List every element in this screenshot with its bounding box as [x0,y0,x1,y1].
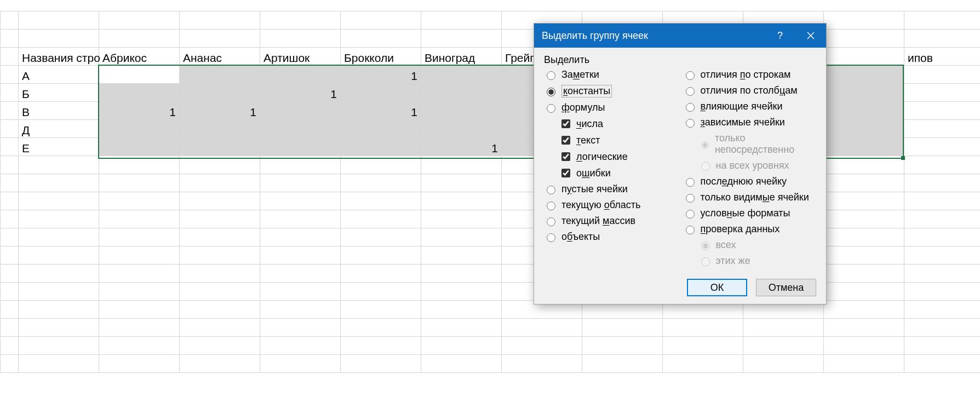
cell[interactable] [904,66,981,84]
cell[interactable] [421,84,502,102]
row-label[interactable]: А [19,66,99,84]
radio-precedents[interactable]: влияющие ячейки [683,101,817,112]
cell[interactable] [824,138,904,156]
radio-all-levels: на всех уровнях [683,160,817,171]
radio-visible-only[interactable]: только видимые ячейки [683,192,817,203]
close-button[interactable] [795,24,826,48]
col-header[interactable]: Брокколи [341,48,421,66]
cell[interactable] [341,84,421,102]
cell[interactable] [180,66,260,84]
grid-row [1,228,981,246]
active-cell[interactable] [99,66,180,84]
cell[interactable] [341,120,421,138]
grid-row [1,210,981,228]
radio-last-cell[interactable]: последнюю ячейку [683,176,817,187]
cell[interactable] [180,120,260,138]
row-label[interactable]: В [19,102,99,120]
grid-row [1,156,981,174]
cancel-button[interactable]: Отмена [756,279,816,296]
col-header[interactable]: Абрикос [99,48,180,66]
radio-same: этих же [683,255,817,267]
cell[interactable] [904,120,981,138]
radio-objects[interactable]: объекты [544,231,678,243]
spreadsheet-grid[interactable]: Названия стро Абрикос Ананас Артишок Бро… [0,11,980,373]
grid-row [1,283,981,301]
cell[interactable] [904,138,981,156]
grid-row [1,319,981,337]
cell[interactable]: 1 [180,102,260,120]
cell[interactable] [421,120,502,138]
header-row: Названия стро Абрикос Ананас Артишок Бро… [1,48,981,66]
grid-row: В 1 1 1 [1,102,981,120]
grid-row [1,301,981,319]
cell[interactable] [824,102,904,120]
cell[interactable] [421,66,502,84]
grid-row [1,192,981,210]
radio-dependents[interactable]: зависимые ячейки [683,117,817,128]
col-header[interactable]: Ананас [180,48,260,66]
grid-row: Б 1 [1,84,981,102]
cell[interactable] [99,120,180,138]
grid-row [1,174,981,192]
grid-row [1,246,981,265]
cell[interactable] [824,66,904,84]
row-label[interactable]: Д [19,120,99,138]
cell[interactable]: 1 [260,84,341,102]
col-header[interactable]: Артишок [260,48,341,66]
grid-row [1,337,981,355]
cell[interactable] [99,84,180,102]
cell[interactable]: 1 [341,66,421,84]
row-label[interactable]: Е [19,138,99,156]
cell[interactable]: 1 [421,138,502,156]
radio-current-region[interactable]: текущую область [544,199,678,211]
grid-row: Е 1 [1,138,981,156]
check-errors[interactable]: ошибки [544,167,678,179]
grid-row: Д [1,120,981,138]
cell[interactable]: 1 [99,102,180,120]
dialog-title: Выделить группу ячеек [542,30,765,42]
group-label: Выделить [544,54,816,66]
cell[interactable] [824,84,904,102]
grid-row [1,12,981,30]
grid-row: А 1 [1,66,981,84]
cell[interactable] [824,120,904,138]
cell[interactable] [260,102,341,120]
cell[interactable] [341,138,421,156]
grid-row [1,265,981,283]
radio-current-array[interactable]: текущий массив [544,215,678,227]
radio-cond-formats[interactable]: условные форматы [683,208,817,219]
radio-col-diffs[interactable]: отличия по столбцам [683,85,817,96]
row-label[interactable]: Б [19,84,99,102]
radio-direct-only: только непосредственно [683,133,817,156]
dialog-titlebar[interactable]: Выделить группу ячеек ? [534,24,826,48]
col-header[interactable]: Виноград [421,48,502,66]
col-header[interactable]: ипов [904,48,981,66]
radio-row-diffs[interactable]: отличия по строкам [683,69,817,81]
radio-notes[interactable]: Заметки [544,69,678,81]
help-button[interactable]: ? [765,24,795,48]
ok-button[interactable]: ОК [687,279,747,296]
cell[interactable] [260,66,341,84]
radio-formulas[interactable]: формулы [544,102,678,113]
check-logical[interactable]: логические [544,151,678,163]
cell[interactable] [904,84,981,102]
radio-all: всех [683,239,817,251]
grid-row [1,30,981,48]
check-text[interactable]: текст [544,134,678,146]
go-to-special-dialog: Выделить группу ячеек ? Выделить Заметки… [534,23,827,305]
radio-data-validation[interactable]: проверка данных [683,223,817,235]
cell[interactable] [99,138,180,156]
close-icon [807,32,815,39]
radio-blanks[interactable]: пустые ячейки [544,183,678,195]
cell[interactable] [260,120,341,138]
cell[interactable] [260,138,341,156]
grid-row [1,355,981,373]
cell[interactable]: 1 [341,102,421,120]
radio-constants[interactable]: константы [544,85,678,97]
cell[interactable] [180,84,260,102]
cell[interactable] [421,102,502,120]
cell[interactable] [180,138,260,156]
col-header[interactable] [824,48,904,66]
cell[interactable] [904,102,981,120]
check-numbers[interactable]: числа [544,118,678,130]
